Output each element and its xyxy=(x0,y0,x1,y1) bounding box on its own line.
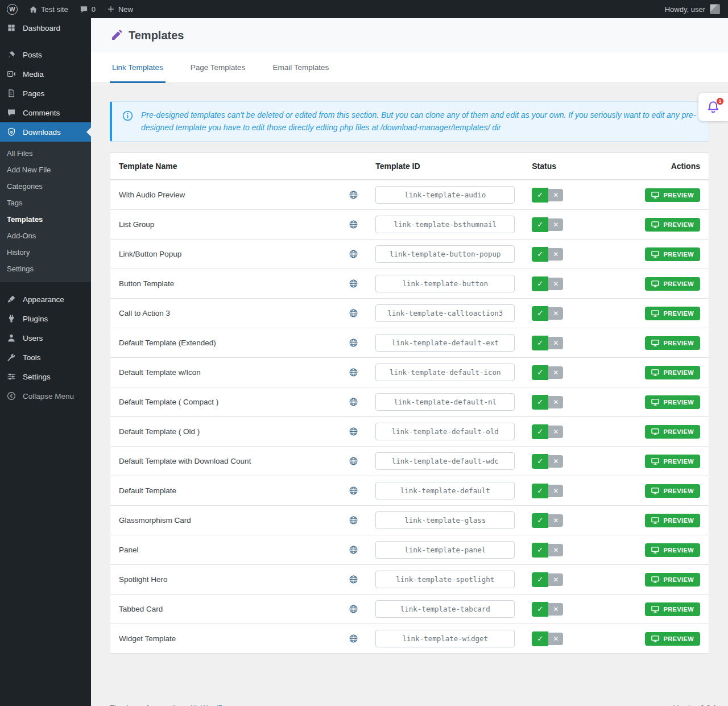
template-id-input[interactable] xyxy=(375,423,515,440)
wordpress-link[interactable]: WordPress xyxy=(201,704,237,706)
status-disabled-button[interactable]: ✕ xyxy=(548,573,563,586)
preview-label: PREVIEW xyxy=(663,221,694,228)
status-disabled-button[interactable]: ✕ xyxy=(548,396,563,408)
status-enabled-button[interactable]: ✓ xyxy=(532,276,548,291)
preview-button[interactable]: PREVIEW xyxy=(645,247,700,261)
template-id-input[interactable] xyxy=(375,275,515,292)
status-disabled-button[interactable]: ✕ xyxy=(548,248,563,261)
monitor-icon xyxy=(651,458,659,465)
sidebar-item-posts[interactable]: Posts xyxy=(0,45,91,64)
howdy-text[interactable]: Howdy, user xyxy=(665,5,705,14)
sidebar-subitem-all-files[interactable]: All Files xyxy=(0,145,91,162)
notification-widget[interactable]: 1 xyxy=(698,93,728,121)
status-enabled-button[interactable]: ✓ xyxy=(532,336,548,350)
sidebar-item-collapse-menu[interactable]: Collapse Menu xyxy=(0,386,91,406)
preview-button[interactable]: PREVIEW xyxy=(645,514,700,527)
preview-button[interactable]: PREVIEW xyxy=(645,188,700,202)
status-disabled-button[interactable]: ✕ xyxy=(548,189,563,201)
template-id-input[interactable] xyxy=(375,511,515,529)
sidebar-item-downloads[interactable]: Downloads xyxy=(0,122,91,142)
globe-icon xyxy=(349,249,358,259)
preview-button[interactable]: PREVIEW xyxy=(645,336,700,350)
status-enabled-button[interactable]: ✓ xyxy=(532,188,548,203)
status-enabled-button[interactable]: ✓ xyxy=(532,454,548,469)
status-disabled-button[interactable]: ✕ xyxy=(548,426,563,438)
preview-button[interactable]: PREVIEW xyxy=(645,366,700,379)
tab-page-templates[interactable]: Page Templates xyxy=(188,52,248,82)
preview-button[interactable]: PREVIEW xyxy=(645,395,700,409)
template-id-input[interactable] xyxy=(375,452,515,470)
sidebar-item-appearance[interactable]: Appearance xyxy=(0,290,91,309)
monitor-icon xyxy=(651,340,659,346)
sidebar-item-users[interactable]: Users xyxy=(0,328,91,348)
status-disabled-button[interactable]: ✕ xyxy=(548,633,563,645)
sidebar-item-plugins[interactable]: Plugins xyxy=(0,309,91,328)
sidebar-item-tools[interactable]: Tools xyxy=(0,348,91,367)
preview-button[interactable]: PREVIEW xyxy=(645,455,700,468)
sidebar-item-pages[interactable]: Pages xyxy=(0,84,91,103)
template-id-input[interactable] xyxy=(375,630,515,647)
sidebar-subitem-tags[interactable]: Tags xyxy=(0,195,91,211)
new-content-menu[interactable]: New xyxy=(107,5,133,14)
status-enabled-button[interactable]: ✓ xyxy=(532,484,548,498)
template-id-input[interactable] xyxy=(375,482,515,499)
template-id-input[interactable] xyxy=(375,186,515,204)
status-disabled-button[interactable]: ✕ xyxy=(548,514,563,527)
template-id-input[interactable] xyxy=(375,245,515,263)
status-disabled-button[interactable]: ✕ xyxy=(548,455,563,468)
sidebar-subitem-history[interactable]: History xyxy=(0,244,91,261)
status-disabled-button[interactable]: ✕ xyxy=(548,307,563,320)
sidebar-item-dashboard[interactable]: Dashboard xyxy=(0,18,91,38)
sidebar-subitem-categories[interactable]: Categories xyxy=(0,178,91,195)
status-enabled-button[interactable]: ✓ xyxy=(532,217,548,232)
template-id-input[interactable] xyxy=(375,571,515,588)
status-enabled-button[interactable]: ✓ xyxy=(532,602,548,617)
status-enabled-button[interactable]: ✓ xyxy=(532,424,548,439)
preview-button[interactable]: PREVIEW xyxy=(645,425,700,439)
status-disabled-button[interactable]: ✕ xyxy=(548,218,563,231)
sidebar-item-comments[interactable]: Comments xyxy=(0,103,91,122)
sidebar-item-media[interactable]: Media xyxy=(0,64,91,84)
preview-button[interactable]: PREVIEW xyxy=(645,602,700,616)
sidebar-item-settings[interactable]: Settings xyxy=(0,367,91,386)
status-enabled-button[interactable]: ✓ xyxy=(532,631,548,646)
preview-button[interactable]: PREVIEW xyxy=(645,277,700,291)
status-enabled-button[interactable]: ✓ xyxy=(532,247,548,262)
avatar[interactable] xyxy=(710,4,720,14)
sidebar-subitem-add-ons[interactable]: Add-Ons xyxy=(0,228,91,244)
status-enabled-button[interactable]: ✓ xyxy=(532,513,548,528)
status-disabled-button[interactable]: ✕ xyxy=(548,544,563,556)
status-disabled-button[interactable]: ✕ xyxy=(548,603,563,616)
template-id-input[interactable] xyxy=(375,393,515,411)
wordpress-logo-menu[interactable]: W xyxy=(7,4,18,15)
template-id-input[interactable] xyxy=(375,600,515,618)
preview-button[interactable]: PREVIEW xyxy=(645,218,700,232)
comments-count: 0 xyxy=(92,5,96,14)
sidebar-subitem-settings[interactable]: Settings xyxy=(0,261,91,277)
status-enabled-button[interactable]: ✓ xyxy=(532,306,548,321)
template-id-input[interactable] xyxy=(375,364,515,381)
tab-email-templates[interactable]: Email Templates xyxy=(270,52,331,82)
status-disabled-button[interactable]: ✕ xyxy=(548,337,563,349)
sidebar-subitem-templates[interactable]: Templates xyxy=(0,211,91,228)
preview-button[interactable]: PREVIEW xyxy=(645,632,700,646)
preview-button[interactable]: PREVIEW xyxy=(645,307,700,320)
template-id-input[interactable] xyxy=(375,541,515,559)
tab-link-templates[interactable]: Link Templates xyxy=(110,52,166,82)
site-name-link[interactable]: Test site xyxy=(29,5,68,14)
template-id-input[interactable] xyxy=(375,304,515,322)
comments-admin-bar-link[interactable]: 0 xyxy=(80,5,96,14)
template-id-input[interactable] xyxy=(375,334,515,352)
sidebar-subitem-add-new-file[interactable]: Add New File xyxy=(0,162,91,178)
preview-button[interactable]: PREVIEW xyxy=(645,543,700,557)
preview-button[interactable]: PREVIEW xyxy=(645,484,700,498)
status-disabled-button[interactable]: ✕ xyxy=(548,485,563,497)
template-id-input[interactable] xyxy=(375,216,515,233)
status-disabled-button[interactable]: ✕ xyxy=(548,278,563,290)
status-enabled-button[interactable]: ✓ xyxy=(532,365,548,380)
status-enabled-button[interactable]: ✓ xyxy=(532,572,548,587)
preview-button[interactable]: PREVIEW xyxy=(645,573,700,587)
status-disabled-button[interactable]: ✕ xyxy=(548,366,563,379)
status-enabled-button[interactable]: ✓ xyxy=(532,395,548,410)
status-enabled-button[interactable]: ✓ xyxy=(532,543,548,558)
